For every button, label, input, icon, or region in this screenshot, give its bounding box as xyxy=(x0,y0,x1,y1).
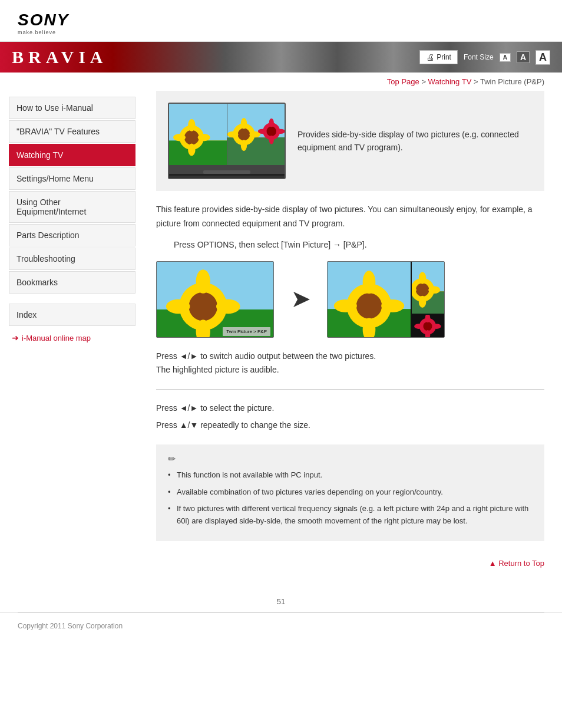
breadcrumb-sep1: > xyxy=(421,77,428,86)
select-note: Press ◄/► to select the picture. xyxy=(156,401,544,416)
banner-controls: 🖨 Print Font Size A A A xyxy=(419,50,550,65)
svg-point-27 xyxy=(216,299,240,313)
svg-point-34 xyxy=(334,299,357,312)
font-size-small-button[interactable]: A xyxy=(500,53,511,62)
sidebar-item-bookmarks[interactable]: Bookmarks xyxy=(9,271,135,294)
svg-point-35 xyxy=(381,299,404,312)
print-label: Print xyxy=(437,53,451,61)
breadcrumb-top-link[interactable]: Top Page xyxy=(387,77,419,86)
diagram-after xyxy=(327,261,445,338)
sidebar-item-troubleshooting[interactable]: Troubleshooting xyxy=(9,248,135,270)
print-icon: 🖨 xyxy=(426,52,434,62)
svg-point-14 xyxy=(240,118,246,129)
font-size-label: Font Size xyxy=(464,53,494,61)
sidebar-item-bravia-features[interactable]: "BRAVIA" TV Features xyxy=(9,120,135,143)
sidebar-item-index[interactable]: Index xyxy=(9,304,135,326)
audio-note: Press ◄/► to switch audio output between… xyxy=(156,350,544,378)
svg-point-33 xyxy=(356,293,382,318)
svg-point-25 xyxy=(189,292,217,321)
svg-point-7 xyxy=(188,144,195,156)
breadcrumb: Top Page > Watching TV > Twin Picture (P… xyxy=(0,73,562,91)
sidebar-item-parts[interactable]: Parts Description xyxy=(9,224,135,246)
svg-point-28 xyxy=(196,269,210,294)
diag-right-panel xyxy=(412,262,444,337)
tv-thumbnail xyxy=(168,103,286,179)
svg-point-43 xyxy=(428,286,440,294)
svg-point-41 xyxy=(416,283,429,297)
svg-point-3 xyxy=(184,130,199,145)
diag-right-bottom xyxy=(412,315,444,337)
intro-section: Provides side-by-side display of two pic… xyxy=(156,91,544,191)
sidebar: How to Use i-Manual "BRAVIA" TV Features… xyxy=(0,91,144,591)
header: SONY make.believe xyxy=(0,0,562,42)
svg-point-20 xyxy=(269,118,273,127)
diag-after-content xyxy=(328,262,444,337)
svg-point-26 xyxy=(166,299,190,313)
note-item-3: If two pictures with different vertical … xyxy=(168,503,533,528)
svg-point-48 xyxy=(423,322,432,331)
size-note: Press ▲/▼ repeatedly to change the size. xyxy=(156,419,544,433)
arrow-right-icon: ➤ xyxy=(292,287,309,312)
note-item-1: This function is not available with PC i… xyxy=(168,469,533,482)
sony-tagline: make.believe xyxy=(18,29,544,35)
note-icon: ✏ xyxy=(168,453,533,465)
tv-base xyxy=(203,170,250,174)
diagram-section: Twin Picture > P&P ➤ xyxy=(156,261,544,338)
svg-point-21 xyxy=(269,136,273,144)
audio-note-line2: The highlighted picture is audible. xyxy=(156,363,544,377)
sidebar-item-how-to-use[interactable]: How to Use i-Manual xyxy=(9,97,135,119)
sidebar-item-using-other[interactable]: Using Other Equipment/Internet xyxy=(9,191,135,223)
svg-point-36 xyxy=(363,271,376,294)
page-number: 51 xyxy=(0,591,562,612)
notes-section: ✏ This function is not available with PC… xyxy=(156,444,544,541)
online-map-link[interactable]: ➜ i-Manual online map xyxy=(9,327,135,348)
svg-point-44 xyxy=(419,272,427,284)
font-size-large-button[interactable]: A xyxy=(535,50,550,65)
content: Provides side-by-side display of two pic… xyxy=(144,91,562,591)
svg-point-6 xyxy=(188,119,195,131)
online-map-label: i-Manual online map xyxy=(22,334,91,342)
tv-right-image xyxy=(227,104,285,165)
sony-text: SONY xyxy=(18,11,544,29)
diagram-before: Twin Picture > P&P xyxy=(156,261,274,338)
main-layout: How to Use i-Manual "BRAVIA" TV Features… xyxy=(0,91,562,591)
return-top-link[interactable]: Return to Top xyxy=(489,559,544,568)
footer: Copyright 2011 Sony Corporation xyxy=(0,612,562,639)
diag-screen: Twin Picture > P&P xyxy=(157,262,273,338)
tv-left-image xyxy=(169,104,227,165)
divider1 xyxy=(156,389,544,390)
press-options-instruction: Press OPTIONS, then select [Twin Picture… xyxy=(156,240,544,249)
bravia-title: BRAVIA xyxy=(12,47,107,67)
return-to-top[interactable]: Return to Top xyxy=(156,553,544,574)
svg-point-12 xyxy=(227,131,239,137)
breadcrumb-current: Twin Picture (P&P) xyxy=(480,77,544,86)
print-button[interactable]: 🖨 Print xyxy=(419,50,458,64)
copyright-text: Copyright 2011 Sony Corporation xyxy=(18,622,123,630)
note-item-2: Available combination of two pictures va… xyxy=(168,486,533,499)
main-description: This feature provides side-by-side displ… xyxy=(156,203,544,231)
diag-right-top xyxy=(412,262,444,314)
svg-point-15 xyxy=(240,140,246,151)
diag-left-panel xyxy=(328,262,411,337)
svg-point-11 xyxy=(237,129,250,141)
tv-base-bar xyxy=(169,176,285,178)
svg-point-50 xyxy=(432,324,441,329)
svg-point-45 xyxy=(419,295,427,307)
svg-point-49 xyxy=(414,324,423,329)
notes-list: This function is not available with PC i… xyxy=(168,469,533,528)
svg-point-5 xyxy=(198,134,210,141)
diag-menu-overlay: Twin Picture > P&P xyxy=(223,327,270,336)
svg-point-4 xyxy=(173,134,186,141)
svg-point-17 xyxy=(266,126,276,136)
breadcrumb-sep2: > xyxy=(474,77,480,86)
font-size-medium-button[interactable]: A xyxy=(517,51,530,63)
sidebar-item-watching-tv[interactable]: Watching TV xyxy=(9,144,135,166)
tv-stand xyxy=(169,165,285,174)
arrow-icon: ➜ xyxy=(12,333,19,342)
sidebar-divider xyxy=(9,295,135,304)
svg-point-19 xyxy=(276,129,285,134)
svg-point-18 xyxy=(257,129,266,134)
sidebar-item-settings[interactable]: Settings/Home Menu xyxy=(9,167,135,190)
breadcrumb-watching-link[interactable]: Watching TV xyxy=(428,77,472,86)
intro-text: Provides side-by-side display of two pic… xyxy=(297,128,533,154)
